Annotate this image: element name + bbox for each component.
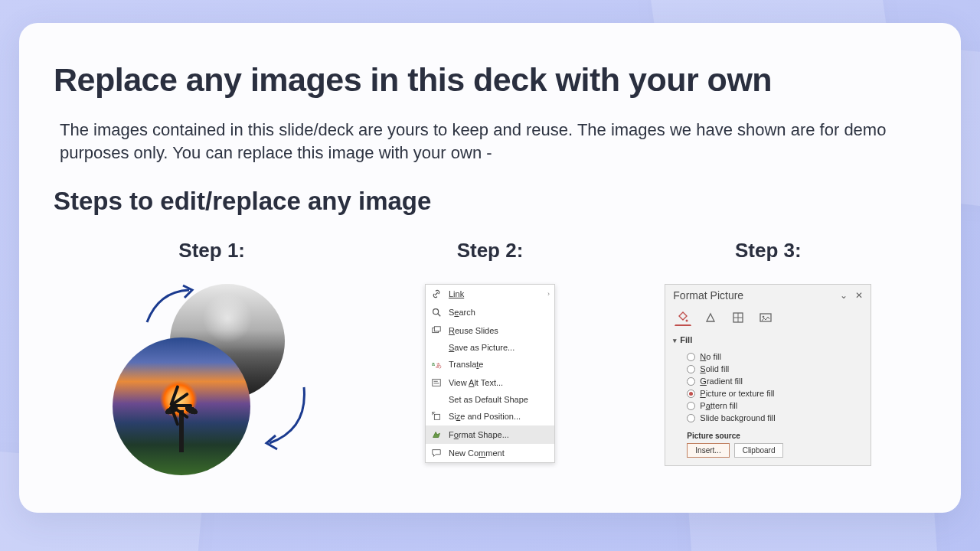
menu-save-picture[interactable]: Save as Picture...: [426, 340, 554, 355]
menu-link[interactable]: Link ›: [426, 285, 554, 303]
menu-link-label: Link: [449, 289, 464, 298]
context-menu: Link › Search Reuse Slides Save as Pictu…: [425, 284, 555, 463]
menu-format-shape[interactable]: Format Shape...: [426, 425, 554, 444]
menu-comment-label: New Comment: [449, 448, 505, 458]
clipboard-button[interactable]: Clipboard: [734, 443, 784, 458]
step-3-label: Step 3:: [735, 239, 802, 262]
menu-size-label: Size and Position...: [449, 412, 521, 421]
fill-options: No fill Solid fill Gradient fill Picture…: [665, 347, 871, 427]
alt-text-icon: [430, 377, 443, 389]
menu-new-comment[interactable]: New Comment: [426, 444, 554, 462]
size-icon: [430, 410, 443, 422]
description-text: The images contained in this slide/deck …: [60, 119, 920, 164]
svg-line-1: [438, 314, 441, 317]
step-3: Step 3: Format Picture ⌄ ✕ Fill: [641, 239, 896, 475]
picture-source-buttons: Insert... Clipboard: [665, 443, 871, 458]
menu-search-label: Search: [449, 308, 475, 317]
step-2-label: Step 2:: [457, 239, 524, 262]
menu-size-position[interactable]: Size and Position...: [426, 407, 554, 425]
close-icon[interactable]: ✕: [855, 290, 863, 301]
menu-reuse-label: Reuse Slides: [449, 326, 498, 335]
svg-point-10: [686, 319, 688, 321]
svg-rect-3: [434, 327, 440, 331]
tab-fill[interactable]: [675, 309, 691, 326]
format-panel-tabs: [665, 306, 871, 332]
menu-format-shape-label: Format Shape...: [449, 430, 509, 439]
radio-slide-bg-fill[interactable]: Slide background fill: [687, 412, 863, 424]
slide-card: Replace any images in this deck with you…: [19, 23, 961, 513]
format-shape-icon: [430, 429, 443, 441]
tab-size[interactable]: [730, 309, 746, 326]
chevron-down-icon[interactable]: ⌄: [840, 290, 848, 301]
chevron-right-icon: ›: [547, 290, 550, 298]
menu-search[interactable]: Search: [426, 303, 554, 321]
menu-default-shape-label: Set as Default Shape: [449, 395, 528, 404]
radio-picture-fill[interactable]: Picture or texture fill: [687, 387, 863, 399]
radio-gradient-fill[interactable]: Gradient fill: [687, 375, 863, 387]
menu-translate-label: Translate: [449, 360, 483, 369]
link-icon: [430, 288, 443, 300]
radio-no-fill[interactable]: No fill: [687, 350, 863, 363]
image-color-circle: [113, 337, 250, 475]
menu-default-shape[interactable]: Set as Default Shape: [426, 392, 554, 407]
fill-section-header[interactable]: Fill: [665, 332, 871, 347]
insert-button[interactable]: Insert...: [687, 443, 729, 458]
format-panel-title: Format Picture: [673, 289, 743, 302]
search-icon: [430, 306, 443, 318]
menu-translate[interactable]: aあ Translate: [426, 355, 554, 373]
format-panel-header: Format Picture ⌄ ✕: [665, 285, 871, 306]
radio-pattern-fill[interactable]: Pattern fill: [687, 399, 863, 412]
menu-alt-text[interactable]: View Alt Text...: [426, 373, 554, 392]
tab-picture[interactable]: [757, 309, 774, 326]
tab-effects[interactable]: [702, 309, 719, 326]
format-picture-panel: Format Picture ⌄ ✕ Fill No fill Solid fi…: [665, 284, 871, 466]
svg-text:a: a: [432, 361, 435, 367]
radio-solid-fill[interactable]: Solid fill: [687, 363, 863, 375]
step-1: Step 1:: [84, 239, 339, 475]
menu-reuse-slides[interactable]: Reuse Slides: [426, 321, 554, 340]
svg-point-0: [433, 309, 439, 315]
page-title: Replace any images in this deck with you…: [54, 61, 926, 99]
step-2: Step 2: Link › Search Reuse Slides Save …: [362, 239, 617, 475]
step-1-illustration: [113, 284, 312, 475]
picture-source-label: Picture source: [665, 427, 871, 443]
comment-icon: [430, 447, 443, 459]
step-1-label: Step 1:: [178, 239, 245, 262]
svg-text:あ: あ: [436, 363, 442, 370]
steps-row: Step 1:: [54, 239, 926, 475]
svg-rect-9: [434, 415, 439, 420]
slides-icon: [430, 324, 443, 337]
translate-icon: aあ: [430, 358, 443, 370]
svg-rect-6: [433, 380, 441, 386]
menu-alt-text-label: View Alt Text...: [449, 378, 503, 387]
menu-save-picture-label: Save as Picture...: [449, 343, 514, 352]
steps-subtitle: Steps to edit/replace any image: [54, 187, 926, 216]
svg-point-15: [763, 316, 765, 318]
